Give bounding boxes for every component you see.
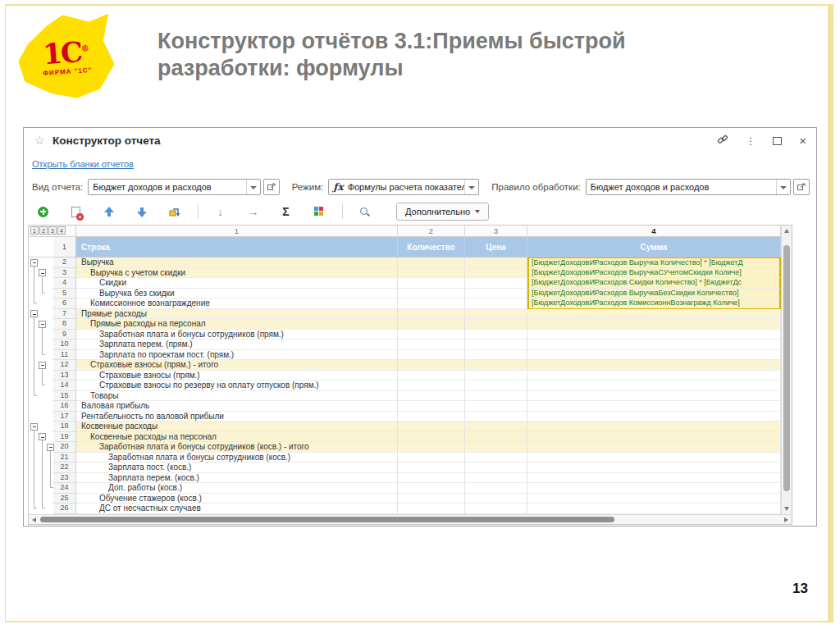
table-row[interactable]: 7Прямые расходы [29,309,792,320]
dropdown-arrow-icon[interactable] [464,180,478,194]
sum-cell[interactable] [527,412,781,422]
table-row[interactable]: 4Скидки[БюджетДоходовИРасходов Скидки Ко… [29,278,792,289]
quantity-cell[interactable] [398,309,465,320]
column-number-1[interactable]: 1 [76,226,398,236]
quantity-cell[interactable] [398,278,465,289]
row-label-cell[interactable]: Страховые взносы (прям.) - итого [76,360,398,371]
table-row[interactable]: 18Косвенные расходы [29,422,792,432]
table-row[interactable]: 10Зарплата перем. (прям.) [29,340,792,350]
row-label-cell[interactable]: Прямые расходы [76,309,398,320]
quantity-cell[interactable] [398,463,465,473]
table-row[interactable]: 20Заработная плата и бонусы сотрудников … [29,442,792,453]
row-label-cell[interactable]: Выручка [76,258,398,268]
quantity-cell[interactable] [398,381,465,391]
quantity-cell[interactable] [398,401,465,412]
price-cell[interactable] [465,422,527,432]
dropdown-arrow-icon[interactable] [776,180,790,194]
table-row[interactable]: 6Комиссионное вознаграждение[БюджетДоход… [29,299,792,309]
table-row[interactable]: 15Товары [29,391,792,402]
price-cell[interactable] [465,401,527,412]
sum-cell[interactable] [527,401,781,412]
header-cell-1[interactable]: Строка [76,237,398,258]
quantity-cell[interactable] [398,483,465,494]
quantity-cell[interactable] [398,268,465,279]
formula-cell[interactable]: [БюджетДоходовИРасходов ВыручкаБезСкидки… [527,289,781,299]
row-label-cell[interactable]: Заработная плата и бонусы сотрудников (п… [76,330,398,340]
more-menu-icon[interactable]: ⋮ [746,135,756,147]
collapse-icon[interactable] [30,423,38,431]
quantity-cell[interactable] [398,299,465,309]
table-row[interactable]: 9Заработная плата и бонусы сотрудников (… [29,330,792,340]
scroll-right-icon[interactable] [784,517,788,522]
group-level-button-4[interactable]: 4 [57,226,66,235]
header-cell-2[interactable]: Количество [398,237,465,258]
row-label-cell[interactable]: ДС от несчастных случаев [76,504,398,514]
favorite-star-icon[interactable]: ☆ [34,134,45,147]
sum-cell[interactable] [527,483,781,494]
more-actions-button[interactable]: Дополнительно [396,203,489,221]
group-level-button-2[interactable]: 2 [39,226,48,235]
sum-cell[interactable] [527,350,781,361]
price-cell[interactable] [465,319,527,330]
formula-cell[interactable]: [БюджетДоходовИРасходов Выручка Количест… [527,258,781,268]
price-cell[interactable] [465,473,527,484]
sum-cell[interactable] [527,473,781,484]
row-label-cell[interactable]: Рентабельность по валовой прибыли [76,412,398,422]
quantity-cell[interactable] [398,494,465,504]
price-cell[interactable] [465,289,527,299]
price-cell[interactable] [465,442,527,453]
sum-cell[interactable] [527,371,781,381]
collapse-icon[interactable] [39,433,46,440]
table-row[interactable]: 16Валовая прибыль [29,401,792,412]
maximize-icon[interactable] [773,137,782,145]
sum-cell[interactable] [527,432,781,443]
vertical-scrollbar[interactable] [781,226,792,514]
quantity-cell[interactable] [398,422,465,432]
mode-combo[interactable]: ƒx Формулы расчета показателей [328,179,479,195]
quantity-cell[interactable] [398,442,465,453]
rule-open-button[interactable] [793,179,810,195]
row-label-cell[interactable]: Скидки [76,278,398,289]
row-label-cell[interactable]: Комиссионное вознаграждение [76,299,398,309]
quantity-cell[interactable] [398,350,465,361]
table-row[interactable]: 25Обучение стажеров (косв.) [29,494,792,504]
horizontal-scroll-thumb[interactable] [40,517,614,522]
formula-cell[interactable]: [БюджетДоходовИРасходов Скидки Количеств… [527,278,781,289]
move-up-button[interactable] [98,203,120,220]
collapse-icon[interactable] [47,444,54,451]
quantity-cell[interactable] [398,432,465,443]
row-label-cell[interactable]: Зарплата по проектам пост. (прям.) [76,350,398,361]
group-level-button-1[interactable]: 1 [30,226,39,235]
table-row[interactable]: 11Зарплата по проектам пост. (прям.) [29,350,792,361]
table-row[interactable]: 22Зарплата пост. (косв.) [29,463,792,473]
change-level-button[interactable] [163,203,185,220]
sum-cell[interactable] [527,340,781,350]
delete-row-button[interactable] [65,203,87,220]
sum-cell[interactable] [527,360,781,371]
report-type-open-button[interactable] [263,179,280,195]
open-report-forms-link[interactable]: Открыть бланки отчетов [32,159,134,169]
table-row[interactable]: 5Выручка без скидки[БюджетДоходовИРасход… [29,289,792,299]
sum-cell[interactable] [527,463,781,473]
price-cell[interactable] [465,360,527,371]
quantity-cell[interactable] [398,371,465,381]
table-row[interactable]: 17Рентабельность по валовой прибыли [29,412,792,422]
vertical-scroll-thumb[interactable] [783,245,790,491]
row-label-cell[interactable]: Зарплата перем. (прям.) [76,340,398,350]
group-down-button[interactable]: ↓ [209,203,231,220]
row-label-cell[interactable]: Заработная плата и бонусы сотрудников (к… [76,442,398,453]
sum-cell[interactable] [527,381,781,391]
quantity-cell[interactable] [398,504,465,514]
get-link-icon[interactable] [717,134,728,148]
row-label-cell[interactable]: Обучение стажеров (косв.) [76,494,398,504]
column-number-3[interactable]: 3 [465,226,527,236]
table-row[interactable]: 24Доп. работы (косв.) [29,483,792,494]
price-cell[interactable] [465,268,527,279]
table-row[interactable]: 19Косвенные расходы на персонал [29,432,792,443]
sum-cell[interactable] [527,494,781,504]
row-label-cell[interactable]: Выручка с учетом скидки [76,268,398,279]
sum-button[interactable]: Σ [275,203,297,220]
horizontal-scrollbar[interactable] [29,514,792,524]
price-cell[interactable] [465,494,527,504]
price-cell[interactable] [465,483,527,494]
